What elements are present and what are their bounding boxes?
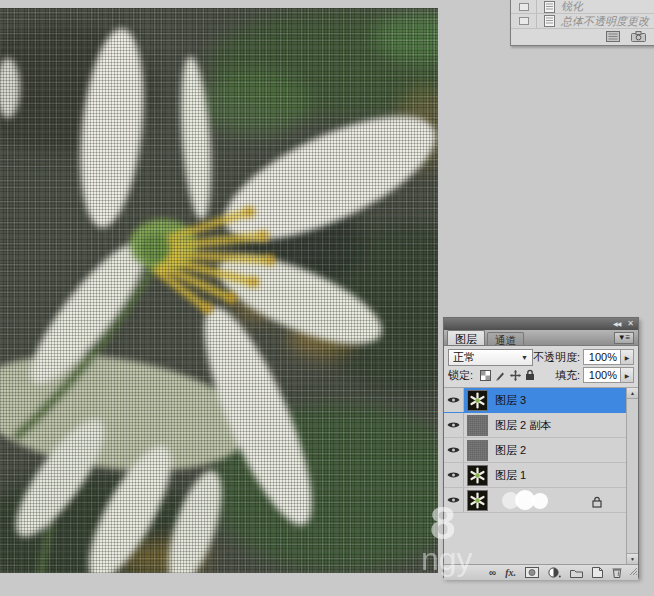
scroll-up-icon[interactable]: ▲ bbox=[627, 388, 638, 399]
layer-row-3[interactable]: 图层 3 bbox=[444, 388, 626, 413]
layer-thumbnail[interactable] bbox=[467, 415, 488, 436]
layer-thumbnail[interactable] bbox=[467, 440, 488, 461]
blend-mode-select[interactable]: 正常 ▼ bbox=[448, 349, 533, 366]
fill-slider-icon[interactable]: ▶ bbox=[621, 367, 634, 383]
layer-row-background[interactable] bbox=[444, 488, 626, 513]
watermark-blobs bbox=[502, 490, 552, 511]
layer-thumbnail[interactable] bbox=[467, 465, 488, 486]
history-state-label: 锐化 bbox=[561, 0, 583, 14]
history-brush-source-well[interactable] bbox=[511, 0, 537, 13]
history-state-icon bbox=[544, 1, 556, 13]
layers-panel-controls: 正常 ▼ 不透明度: 100% ▶ 锁定: bbox=[444, 346, 638, 388]
history-state-row[interactable]: 总体不透明度更改 bbox=[511, 14, 654, 29]
layer-row-2-copy[interactable]: 图层 2 副本 bbox=[444, 413, 626, 438]
lock-label: 锁定: bbox=[448, 368, 473, 383]
layer-thumbnail[interactable] bbox=[467, 490, 488, 511]
layers-panel-tabs: 图层 通道 ▼≡ bbox=[444, 330, 638, 346]
new-snapshot-icon[interactable] bbox=[631, 31, 646, 42]
lock-position-move-icon[interactable] bbox=[510, 370, 521, 381]
eye-icon bbox=[447, 471, 460, 479]
lock-pixels-brush-icon[interactable] bbox=[495, 370, 506, 381]
delete-layer-icon[interactable] bbox=[612, 567, 622, 578]
visibility-toggle[interactable] bbox=[444, 413, 464, 437]
layer-name[interactable]: 图层 1 bbox=[495, 468, 526, 483]
eye-icon bbox=[447, 421, 460, 429]
document-canvas[interactable] bbox=[0, 8, 438, 573]
history-brush-source-well[interactable] bbox=[511, 14, 537, 28]
tab-channels[interactable]: 通道 bbox=[487, 332, 524, 345]
blend-mode-value: 正常 bbox=[453, 350, 475, 365]
collapse-panel-icon[interactable]: ◀◀ bbox=[613, 320, 620, 328]
layers-list: 图层 3 图层 2 副本 图层 2 图层 1 bbox=[444, 388, 638, 564]
visibility-toggle[interactable] bbox=[444, 438, 464, 462]
layers-panel-titlebar: ◀◀ ✕ bbox=[444, 318, 638, 330]
adjustment-layer-icon[interactable] bbox=[548, 567, 561, 578]
eye-icon bbox=[447, 396, 460, 404]
lock-transparency-icon[interactable] bbox=[480, 370, 491, 381]
new-document-from-state-icon[interactable] bbox=[606, 31, 620, 42]
add-layer-mask-icon[interactable] bbox=[525, 567, 539, 578]
visibility-toggle[interactable] bbox=[444, 488, 464, 512]
layer-name[interactable]: 图层 2 副本 bbox=[495, 418, 551, 433]
opacity-slider-icon[interactable]: ▶ bbox=[621, 349, 634, 365]
layer-thumbnail[interactable] bbox=[467, 390, 488, 411]
history-panel-fragment: 锐化 总体不透明度更改 bbox=[510, 0, 654, 46]
layers-bottom-bar: ∞ fx. bbox=[444, 564, 638, 580]
layer-row-1[interactable]: 图层 1 bbox=[444, 463, 626, 488]
history-bottom-bar bbox=[511, 29, 654, 44]
flower-photo-illustration bbox=[0, 8, 438, 573]
new-layer-icon[interactable] bbox=[592, 567, 603, 578]
history-state-icon bbox=[544, 15, 556, 27]
link-layers-icon[interactable]: ∞ bbox=[489, 567, 496, 578]
chevron-down-icon: ▼ bbox=[521, 354, 528, 361]
visibility-toggle[interactable] bbox=[444, 388, 464, 412]
layer-style-icon[interactable]: fx. bbox=[505, 567, 516, 578]
fill-input[interactable]: 100% bbox=[583, 367, 621, 383]
history-state-row[interactable]: 锐化 bbox=[511, 0, 654, 14]
close-panel-icon[interactable]: ✕ bbox=[627, 320, 634, 328]
new-group-icon[interactable] bbox=[570, 568, 583, 578]
layer-name[interactable]: 图层 3 bbox=[495, 393, 526, 408]
eye-icon bbox=[447, 496, 460, 504]
opacity-label: 不透明度: bbox=[533, 350, 580, 365]
history-state-label: 总体不透明度更改 bbox=[561, 14, 649, 29]
layer-row-2[interactable]: 图层 2 bbox=[444, 438, 626, 463]
layer-locked-icon bbox=[592, 494, 602, 512]
layers-scrollbar[interactable]: ▲ ▼ bbox=[626, 388, 638, 564]
eye-icon bbox=[447, 446, 460, 454]
resize-grip-icon[interactable] bbox=[629, 561, 637, 579]
layers-panel: ◀◀ ✕ 图层 通道 ▼≡ 正常 ▼ 不透明度: 100% ▶ 锁定: bbox=[443, 317, 639, 578]
tab-layers[interactable]: 图层 bbox=[447, 330, 485, 345]
opacity-input[interactable]: 100% bbox=[583, 349, 621, 365]
layer-name[interactable]: 图层 2 bbox=[495, 443, 526, 458]
lock-all-icon[interactable] bbox=[525, 369, 535, 381]
panel-menu-icon[interactable]: ▼≡ bbox=[614, 332, 634, 344]
fill-label: 填充: bbox=[555, 368, 580, 383]
visibility-toggle[interactable] bbox=[444, 463, 464, 487]
